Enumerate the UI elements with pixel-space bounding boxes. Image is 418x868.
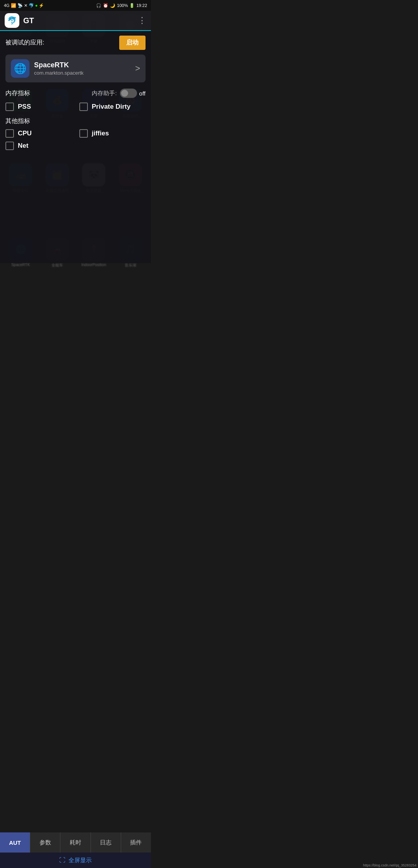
app-card-arrow-icon: > bbox=[135, 63, 140, 73]
battery-icon: 🔋 bbox=[129, 3, 135, 8]
selected-app-package: com.markton.spacertk bbox=[34, 70, 84, 76]
other-metric-jiffies: jiffies bbox=[79, 129, 146, 138]
status-left: 4G 📶 📡 ✕ 🐬 ● ⚡ bbox=[4, 3, 44, 8]
private-dirty-label: Private Dirty bbox=[92, 103, 130, 111]
status-right: 🎧 ⏰ 🌙 100% 🔋 19:22 bbox=[96, 3, 147, 8]
debug-app-row: 被调试的应用: 启动 bbox=[5, 36, 146, 50]
memory-section-title: 内存指标 bbox=[5, 89, 30, 97]
top-bar: 🐬 GT ⋮ bbox=[0, 11, 151, 31]
memory-metric-private-dirty: Private Dirty bbox=[79, 103, 146, 111]
cpu-label: CPU bbox=[18, 130, 32, 137]
signal-bars-icon: 📶 bbox=[11, 3, 16, 8]
battery-level: 100% bbox=[117, 3, 128, 8]
logo-emoji: 🐬 bbox=[7, 16, 17, 25]
time-display: 19:22 bbox=[136, 3, 147, 8]
cpu-checkbox[interactable] bbox=[5, 129, 14, 138]
network-signal: 4G bbox=[4, 3, 10, 8]
private-dirty-checkbox[interactable] bbox=[79, 103, 88, 111]
top-bar-left: 🐬 GT bbox=[5, 13, 34, 28]
toggle-state-label: off bbox=[139, 90, 146, 97]
no-sim-icon: ✕ bbox=[24, 3, 27, 8]
app-title: GT bbox=[23, 16, 34, 25]
usb-icon: ⚡ bbox=[39, 3, 44, 8]
app-card-left: 🌐 SpaceRTK com.markton.spacertk bbox=[11, 59, 84, 78]
status-bar: 4G 📶 📡 ✕ 🐬 ● ⚡ 🎧 ⏰ 🌙 100% 🔋 19:22 bbox=[0, 0, 151, 11]
net-label: Net bbox=[18, 142, 28, 150]
other-section: 其他指标 CPU jiffies Net bbox=[5, 117, 146, 150]
headphone-icon: 🎧 bbox=[96, 3, 101, 8]
pss-checkbox[interactable] bbox=[5, 103, 14, 111]
app-card-info: SpaceRTK com.markton.spacertk bbox=[34, 61, 84, 76]
memory-metric-pss: PSS bbox=[5, 103, 72, 111]
memory-section-header: 内存指标 内存助手: off bbox=[5, 89, 146, 98]
debug-app-label: 被调试的应用: bbox=[5, 39, 44, 47]
main-content: 被调试的应用: 启动 🌐 SpaceRTK com.markton.spacer… bbox=[0, 31, 151, 263]
app-logo: 🐬 bbox=[5, 13, 19, 28]
alarm-icon: ⏰ bbox=[103, 3, 108, 8]
other-metrics-grid: CPU jiffies Net bbox=[5, 129, 146, 150]
net-checkbox[interactable] bbox=[5, 142, 14, 150]
toggle-switch[interactable] bbox=[120, 89, 137, 98]
jiffies-label: jiffies bbox=[92, 130, 109, 137]
wifi-icon: 📡 bbox=[17, 3, 23, 8]
moon-icon: 🌙 bbox=[110, 3, 115, 8]
pss-label: PSS bbox=[18, 103, 31, 111]
selected-app-icon: 🌐 bbox=[11, 59, 29, 78]
other-metric-cpu: CPU bbox=[5, 129, 72, 138]
jiffies-checkbox[interactable] bbox=[79, 129, 88, 138]
other-section-title: 其他指标 bbox=[5, 117, 146, 125]
memory-metrics-grid: PSS Private Dirty bbox=[5, 103, 146, 111]
memory-helper-toggle[interactable]: 内存助手: off bbox=[92, 89, 146, 98]
selected-app-emoji: 🌐 bbox=[14, 63, 26, 75]
toggle-wrapper: off bbox=[120, 89, 146, 98]
green-dot-icon: ● bbox=[35, 3, 38, 8]
start-button[interactable]: 启动 bbox=[119, 36, 146, 50]
app-icon-status: 🐬 bbox=[29, 3, 34, 8]
menu-button[interactable]: ⋮ bbox=[138, 15, 146, 26]
memory-helper-label: 内存助手: bbox=[92, 90, 116, 97]
selected-app-card[interactable]: 🌐 SpaceRTK com.markton.spacertk > bbox=[5, 55, 146, 82]
selected-app-name: SpaceRTK bbox=[34, 61, 84, 69]
other-metric-net: Net bbox=[5, 142, 72, 150]
